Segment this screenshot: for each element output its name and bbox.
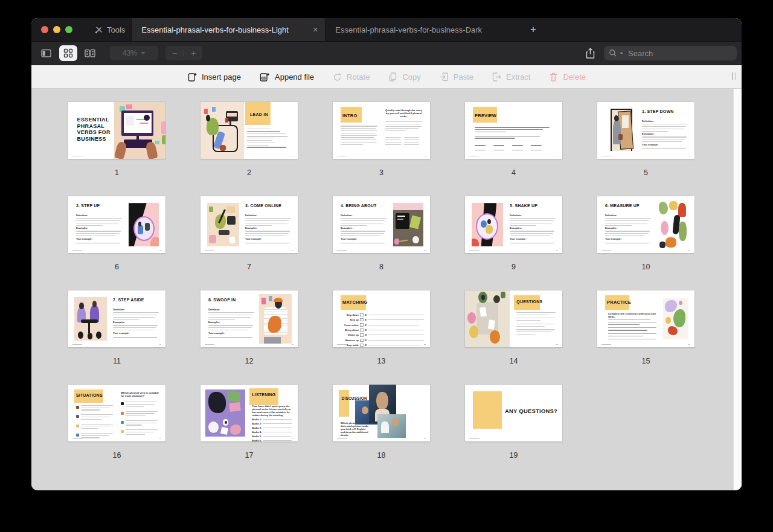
zoom-out-button[interactable]: −	[165, 48, 184, 58]
page-thumbnail[interactable]: MATCHING Step down Step up Come online B…	[333, 290, 430, 365]
page-thumbnail[interactable]: DISCUSSION Which phrasal verb does each …	[333, 385, 430, 460]
paste-label: Paste	[454, 72, 473, 82]
page-number: 10	[597, 263, 694, 271]
cover-title: ESSENTIAL PHRASAL VERBS FOR BUSINESS	[77, 117, 110, 142]
slide-page-16: SITUATIONS Which phrasal verb is suitabl…	[68, 385, 165, 441]
insert-page-button[interactable]: Insert page	[187, 72, 241, 82]
page-number: 15	[597, 357, 694, 365]
tools-button[interactable]: Tools	[88, 18, 131, 41]
extract-button[interactable]: Extract	[492, 72, 530, 82]
tab-label: Essential-phrasal-verbs-for-business-Dar…	[335, 25, 482, 34]
text-block: Definition: Examples: Your example:	[245, 213, 291, 243]
page-thumbnail[interactable]: PREVIEW	[465, 102, 562, 177]
thumbnail-grid: ESSENTIAL PHRASAL VERBS FOR BUSINESS	[31, 89, 742, 490]
page-thumbnail[interactable]: INTRO Quickly read through the story by …	[333, 102, 430, 177]
rotate-label: Rotate	[347, 72, 370, 82]
page-number: 8	[333, 263, 430, 271]
page-thumbnail[interactable]: 7. STEP ASIDE Definition: Examples: Your…	[68, 290, 165, 365]
page-thumbnail[interactable]: 8. SWOOP IN Definition: Examples: Your e…	[200, 290, 298, 365]
sidebar-toggle-button[interactable]	[37, 45, 56, 61]
text-block	[608, 319, 659, 339]
thumbnail-view-button[interactable]	[59, 45, 77, 61]
tab-document-light[interactable]: Essential-phrasal-verbs-for-business-Lig…	[131, 18, 326, 41]
slide-page-14: QUESTIONS	[465, 290, 562, 347]
slide-page-10: 6. MEASURE UP Definition: Examples: Your…	[597, 196, 694, 253]
slide-illustration	[207, 203, 239, 246]
new-tab-button[interactable]: +	[522, 18, 545, 41]
share-button[interactable]	[585, 48, 595, 59]
page-thumbnail[interactable]: 1. STEP DOWN Definition: Examples: Your …	[597, 102, 694, 177]
slide-page-3: INTRO Quickly read through the story by …	[333, 102, 430, 159]
toolbar-drag-handle[interactable]	[732, 72, 736, 80]
intro-heading: Quickly read through the story by yourse…	[385, 109, 422, 118]
slide-illustration	[658, 201, 689, 249]
minimize-window-button[interactable]	[53, 26, 60, 33]
page-thumbnail[interactable]: 4. BRING ABOUT Definition: Examples: You…	[333, 196, 430, 271]
page-number: 16	[68, 451, 165, 460]
page-number: 7	[200, 263, 298, 271]
magnifier-circle	[476, 213, 498, 240]
verb-table	[475, 145, 553, 152]
page-thumbnail[interactable]: PRACTICE Complete the sentences with you…	[597, 290, 694, 365]
slide-page-13: MATCHING Step down Step up Come online B…	[333, 290, 430, 347]
tab-close-icon[interactable]: ×	[313, 25, 318, 34]
paste-button[interactable]: Paste	[439, 72, 473, 82]
slide-illustration	[663, 298, 687, 339]
text-block: Definition: Examples: Your example:	[510, 213, 556, 243]
slide-page-19: ANY QUESTIONS?	[465, 385, 562, 441]
tab-document-dark[interactable]: Essential-phrasal-verbs-for-business-Dar…	[326, 18, 489, 41]
extract-label: Extract	[506, 72, 530, 82]
magnifier-circle	[133, 216, 155, 241]
zoom-level-dropdown[interactable]: 43%	[110, 46, 158, 60]
rotate-icon	[332, 72, 342, 82]
page-thumbnail[interactable]: 6. MEASURE UP Definition: Examples: Your…	[597, 196, 694, 271]
page-number: 1	[68, 168, 165, 177]
paste-icon	[439, 72, 449, 82]
slide-page-9: 5. SHAKE UP Definition: Examples: Your e…	[465, 196, 562, 253]
slide-illustration	[205, 389, 245, 437]
trash-icon	[548, 72, 559, 82]
view-toolbar: 43% − +	[31, 42, 742, 65]
page-thumbnail[interactable]: 5. SHAKE UP Definition: Examples: Your e…	[465, 196, 562, 271]
page-thumbnail[interactable]: 2. STEP UP Definition: Examples: Your ex…	[68, 196, 165, 271]
text-block	[516, 312, 556, 336]
zoom-in-button[interactable]: +	[184, 48, 202, 58]
reading-view-icon	[85, 49, 95, 58]
slide-page-1: ESSENTIAL PHRASAL VERBS FOR BUSINESS	[68, 102, 165, 159]
orange-hand	[268, 316, 281, 333]
zoom-window-button[interactable]	[65, 26, 72, 33]
text-block: Definition: Examples: Your example:	[113, 307, 159, 337]
search-field[interactable]	[604, 46, 737, 60]
briefcase	[618, 134, 623, 140]
close-window-button[interactable]	[41, 26, 48, 33]
slide-illustration	[200, 102, 244, 159]
page-number: 11	[68, 357, 165, 365]
page-thumbnail[interactable]: SITUATIONS Which phrasal verb is suitabl…	[68, 385, 165, 460]
situations-heading: Which phrasal verb is suitable for each …	[121, 391, 159, 397]
delete-button[interactable]: Delete	[548, 72, 586, 82]
page-thumbnail[interactable]: ANY QUESTIONS? 19	[465, 385, 562, 460]
page-thumbnail[interactable]: QUESTIONS 14	[465, 290, 562, 365]
audio-list: Audio 1: Audio 2: Audio 3: Audio 4: Audi…	[252, 418, 292, 441]
copy-button[interactable]: Copy	[388, 72, 420, 82]
app-window: Tools Essential-phrasal-verbs-for-busine…	[31, 18, 742, 490]
monitor	[227, 216, 236, 225]
page-thumbnail[interactable]: ESSENTIAL PHRASAL VERBS FOR BUSINESS	[68, 102, 165, 177]
page-thumbnail[interactable]: LEAD-IN 2	[200, 102, 298, 177]
search-input[interactable]	[627, 48, 732, 59]
slide-page-12: 8. SWOOP IN Definition: Examples: Your e…	[200, 290, 298, 347]
slide-illustration	[74, 297, 107, 340]
listening-heading: Your boss didn't quite grasp the phrasal…	[252, 405, 292, 417]
reading-view-button[interactable]	[81, 45, 99, 61]
append-file-button[interactable]: PDF Append file	[259, 72, 314, 82]
scrollbar[interactable]	[733, 89, 742, 490]
slide-page-17: LISTENING Your boss didn't quite grasp t…	[200, 385, 298, 441]
rotate-button[interactable]: Rotate	[332, 72, 370, 82]
page-thumbnail[interactable]: 3. COME ONLINE Definition: Examples: You…	[200, 196, 298, 271]
page-number: 18	[333, 451, 430, 460]
slide-illustration	[605, 109, 635, 151]
page-thumbnail[interactable]: LISTENING Your boss didn't quite grasp t…	[200, 385, 298, 460]
chevron-down-icon	[141, 52, 146, 54]
slide-page-15: PRACTICE Complete the sentences with you…	[597, 290, 694, 347]
zoom-stepper: − +	[165, 46, 202, 60]
